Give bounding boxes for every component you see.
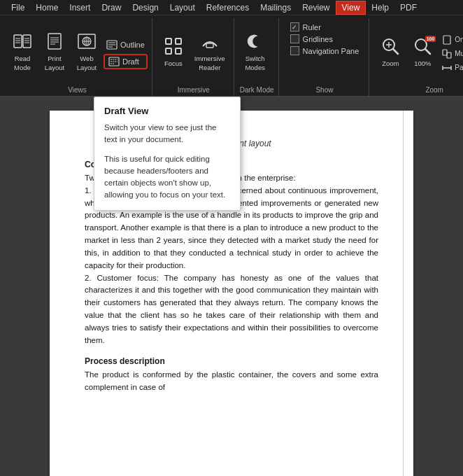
web-layout-icon [76,31,97,52]
svg-rect-38 [443,50,447,55]
ribbon: ReadMode PrintLayout [0,15,463,97]
draft-icon [108,57,120,66]
ribbon-group-darkmode: SwitchModes Dark Mode [236,18,279,96]
section-title-process: Process description [85,356,378,366]
menu-review[interactable]: Review [297,1,335,14]
draft-view-tooltip: Draft View Switch your view to see just … [94,97,241,211]
svg-rect-39 [447,52,451,58]
gridlines-label: Gridlines [303,35,333,43]
ruler-label: Ruler [303,23,321,31]
gridlines-checkbox[interactable]: Gridlines [290,34,359,43]
menu-bar: File Home Insert Draw Design Layout Refe… [0,0,463,15]
draft-label: Draft [122,57,139,66]
multi-page-icon [442,49,452,59]
immersive-reader-icon [199,31,220,52]
svg-rect-30 [206,43,213,48]
web-layout-label: WebLayout [77,55,97,72]
views-group-label: Views [7,85,148,96]
multi-page-button[interactable]: Multi [439,48,463,60]
ribbon-group-views: ReadMode PrintLayout [3,18,152,96]
menu-mailings[interactable]: Mailings [255,1,297,14]
navigation-pane-label: Navigation Pane [303,47,359,55]
page-width-label: Page Width [455,64,463,71]
page-width-button[interactable]: Page Width [439,62,463,74]
immersive-reader-label: ImmersiveReader [194,55,225,72]
menu-view[interactable]: View [336,1,366,15]
menu-layout[interactable]: Layout [164,1,201,14]
menu-references[interactable]: References [201,1,255,14]
focus-label: Focus [164,59,183,67]
ruler-checkbox-box[interactable] [290,22,299,31]
outline-label: Outline [120,41,145,49]
svg-line-36 [425,49,430,54]
navigation-pane-checkbox[interactable]: Navigation Pane [290,46,359,55]
zoom-label: Zoom [382,59,399,67]
menu-design[interactable]: Design [127,1,164,14]
ribbon-group-show: Ruler Gridlines Navigation Pane Show [280,18,370,96]
print-layout-label: PrintLayout [45,55,65,72]
menu-insert[interactable]: Insert [64,1,96,14]
menu-help[interactable]: Help [366,1,394,14]
multi-page-label: Multi [455,50,463,57]
page-width-icon [442,63,452,73]
menu-file[interactable]: File [6,1,30,14]
ribbon-group-immersive: Focus ImmersiveReader Immersive [154,18,234,96]
tooltip-paragraph1: Switch your view to see just the text in… [104,122,230,146]
read-mode-button[interactable]: ReadMode [7,27,38,76]
print-layout-button[interactable]: PrintLayout [39,27,70,76]
gridlines-checkbox-box[interactable] [290,34,299,43]
zoom-percent-icon: 100 [412,36,433,57]
immersive-group-label: Immersive [158,85,229,96]
zoom-buttons: Zoom 100 100% [375,18,463,85]
menu-draw[interactable]: Draw [96,1,127,14]
svg-rect-29 [176,48,181,54]
svg-rect-26 [166,38,171,44]
menu-home[interactable]: Home [30,1,64,14]
switch-modes-label: SwitchModes [245,55,265,72]
zoom-percent-label: 100% [414,59,431,67]
svg-rect-0 [14,35,22,48]
zoom-icon [380,36,401,57]
one-page-label: One Page [455,36,463,43]
svg-line-32 [393,49,398,54]
tooltip-paragraph2: This is useful for quick editing because… [104,153,230,202]
read-mode-icon [12,31,33,52]
print-layout-icon [44,31,65,52]
zoom-button[interactable]: Zoom [375,27,406,76]
web-layout-button[interactable]: WebLayout [71,27,102,76]
zoom-percent-button[interactable]: 100 100% [407,27,438,76]
tooltip-title: Draft View [104,106,230,116]
outline-icon [106,40,117,50]
draft-button[interactable]: Draft [104,54,148,69]
focus-icon [163,36,184,57]
one-page-icon [442,35,452,45]
show-group-label: Show [285,85,365,96]
read-mode-label: ReadMode [14,55,31,72]
one-page-button[interactable]: One Page [439,34,463,46]
zoom-group-label: Zoom [375,85,463,96]
navigation-pane-checkbox-box[interactable] [290,46,299,55]
ribbon-group-zoom: Zoom 100 100% [371,18,463,96]
ruler-checkbox[interactable]: Ruler [290,22,359,31]
menu-pdf[interactable]: PDF [394,1,422,14]
section-content-process: The product is conformed by the plastic … [85,369,378,394]
page-margin-line [403,111,404,476]
immersive-reader-button[interactable]: ImmersiveReader [190,27,229,76]
svg-rect-1 [23,35,31,48]
outline-button[interactable]: Outline [104,38,148,51]
darkmode-buttons: SwitchModes [240,18,274,85]
switch-modes-button[interactable]: SwitchModes [240,27,271,76]
svg-rect-27 [176,38,181,44]
switch-modes-icon [245,31,266,52]
svg-rect-37 [443,36,450,44]
views-buttons: ReadMode PrintLayout [7,18,148,85]
show-checkboxes: Ruler Gridlines Navigation Pane [285,18,365,59]
focus-button[interactable]: Focus [158,27,189,76]
svg-rect-28 [166,48,171,54]
immersive-buttons: Focus ImmersiveReader [158,18,229,85]
darkmode-group-label: Dark Mode [240,85,274,96]
svg-rect-8 [48,34,61,49]
